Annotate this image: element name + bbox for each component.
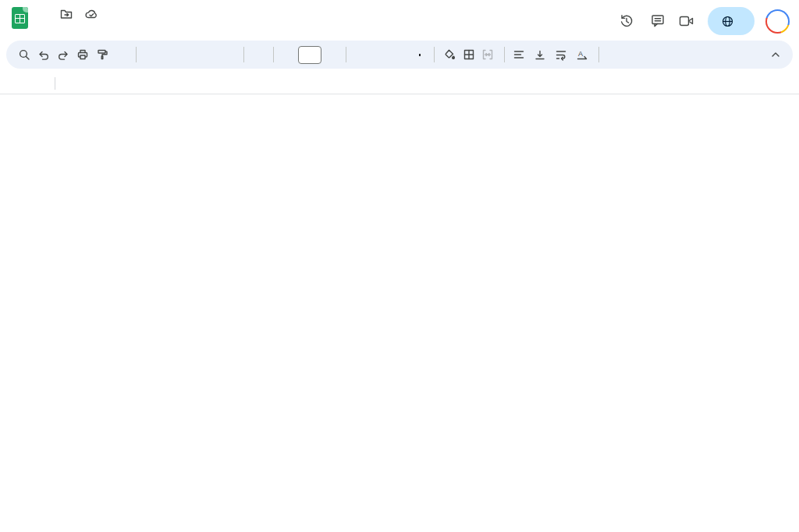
print-button[interactable] bbox=[73, 44, 92, 65]
menu-tools[interactable] bbox=[103, 23, 114, 27]
zoom-select[interactable] bbox=[112, 44, 131, 65]
paint-format-button[interactable] bbox=[92, 44, 112, 65]
menu-edit[interactable] bbox=[48, 23, 59, 27]
decrease-font-size-button[interactable] bbox=[279, 44, 298, 65]
font-size-input[interactable] bbox=[298, 46, 321, 64]
spreadsheet-grid bbox=[0, 94, 799, 532]
italic-button[interactable] bbox=[371, 44, 390, 65]
bold-button[interactable] bbox=[351, 44, 371, 65]
collapse-toolbar-button[interactable] bbox=[765, 44, 785, 65]
globe-icon bbox=[721, 15, 734, 28]
toolbar-divider bbox=[273, 47, 274, 62]
text-wrap-button[interactable] bbox=[552, 44, 573, 65]
formula-bar bbox=[0, 73, 799, 94]
more-formats-button[interactable] bbox=[219, 44, 239, 65]
format-percent-button[interactable] bbox=[161, 44, 180, 65]
menu-format[interactable] bbox=[81, 23, 92, 27]
merge-cells-button[interactable] bbox=[478, 44, 499, 65]
format-currency-button[interactable] bbox=[141, 44, 161, 65]
toolbar-divider bbox=[598, 47, 599, 62]
formula-bar-divider bbox=[55, 77, 55, 90]
text-color-glyph bbox=[419, 54, 421, 56]
redo-button[interactable] bbox=[53, 44, 73, 65]
move-folder-icon[interactable] bbox=[59, 7, 73, 21]
toolbar-divider bbox=[243, 47, 244, 62]
menu-view[interactable] bbox=[59, 23, 70, 27]
decrease-decimal-button[interactable] bbox=[180, 44, 200, 65]
horizontal-align-button[interactable] bbox=[510, 44, 531, 65]
text-rotation-button[interactable]: A bbox=[573, 44, 594, 65]
menu-insert[interactable] bbox=[70, 23, 81, 27]
comments-icon[interactable] bbox=[648, 11, 668, 31]
sheets-grid-glyph bbox=[15, 14, 25, 23]
menu-bar bbox=[37, 23, 136, 27]
font-select[interactable] bbox=[249, 44, 268, 65]
menu-data[interactable] bbox=[92, 23, 103, 27]
fill-color-button[interactable] bbox=[439, 44, 459, 65]
borders-button[interactable] bbox=[459, 44, 478, 65]
undo-button[interactable] bbox=[34, 44, 53, 65]
search-button[interactable] bbox=[14, 44, 34, 65]
cloud-saved-icon[interactable] bbox=[84, 7, 99, 21]
increase-font-size-button[interactable] bbox=[321, 44, 341, 65]
strikethrough-button[interactable] bbox=[390, 44, 410, 65]
toolbar-more-button[interactable] bbox=[604, 44, 623, 65]
meet-call-button[interactable] bbox=[679, 15, 697, 27]
menu-help[interactable] bbox=[125, 23, 136, 27]
sheets-fold-corner bbox=[23, 7, 28, 12]
menu-extensions[interactable] bbox=[114, 23, 125, 27]
share-button[interactable] bbox=[708, 7, 755, 35]
increase-decimal-button[interactable] bbox=[200, 44, 219, 65]
toolbar-divider bbox=[434, 47, 435, 62]
text-color-button[interactable] bbox=[410, 44, 429, 65]
toolbar-divider bbox=[504, 47, 505, 62]
toolbar-divider bbox=[136, 47, 137, 62]
version-history-icon[interactable] bbox=[616, 11, 637, 31]
toolbar-divider bbox=[346, 47, 346, 62]
formatting-toolbar: A bbox=[6, 41, 793, 69]
vertical-align-button[interactable] bbox=[531, 44, 552, 65]
account-avatar[interactable] bbox=[765, 9, 790, 34]
app-header bbox=[0, 0, 799, 37]
svg-text:A: A bbox=[578, 50, 583, 58]
sheets-logo[interactable] bbox=[12, 7, 28, 29]
menu-file[interactable] bbox=[37, 23, 48, 27]
